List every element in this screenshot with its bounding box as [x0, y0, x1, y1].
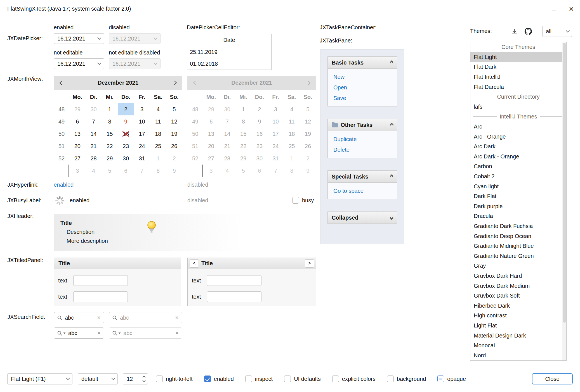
calendar-day[interactable]: 13	[69, 128, 86, 140]
checkbox-box[interactable]	[245, 376, 252, 382]
calendar-day[interactable]: 4	[150, 103, 166, 115]
checkbox-box[interactable]	[437, 376, 444, 382]
calendar-day[interactable]: 29	[102, 152, 118, 165]
theme-item[interactable]: Carbon	[470, 161, 566, 172]
calendar-day[interactable]: 24	[134, 140, 150, 152]
task-pane-header[interactable]: Collapsed	[327, 212, 397, 224]
minimize-button[interactable]	[528, 0, 545, 18]
calendar-day[interactable]: 26	[166, 140, 182, 152]
theme-item[interactable]: Flat Light	[470, 52, 566, 62]
calendar-day[interactable]: 4	[86, 165, 102, 177]
checkbox-box[interactable]	[387, 376, 394, 382]
collapse-chevron-icon[interactable]	[390, 176, 393, 177]
task-pane-header[interactable]: Basic Tasks	[327, 56, 397, 69]
theme-item[interactable]: High contrast	[470, 311, 566, 321]
checkbox-right-to-left[interactable]: right-to-left	[156, 376, 193, 382]
clear-icon[interactable]: ×	[97, 330, 101, 336]
theme-item[interactable]: Gradianto Nature Green	[470, 251, 566, 261]
theme-item[interactable]: Cyan light	[470, 181, 566, 191]
calendar-day[interactable]: 28	[86, 152, 102, 165]
themes-scrollbar[interactable]	[562, 42, 566, 361]
hyperlink-enabled[interactable]: enabled	[54, 182, 74, 188]
theme-item[interactable]: Dark purple	[470, 201, 566, 212]
calendar-day[interactable]: 1	[150, 152, 166, 165]
chevron-down-icon[interactable]	[142, 379, 145, 382]
theme-item[interactable]: Arc	[470, 122, 566, 132]
theme-item[interactable]: Material Design Dark	[470, 331, 566, 341]
github-button[interactable]	[524, 27, 533, 36]
calendar-day[interactable]: 30	[86, 103, 102, 115]
date-picker-not-editable[interactable]: 16.12.2021	[54, 58, 104, 69]
calendar-day[interactable]: 9	[166, 165, 182, 177]
table-header-date[interactable]: Date	[187, 34, 271, 46]
table-row[interactable]: 01.02.2018	[187, 58, 271, 70]
calendar-day[interactable]: 21	[86, 140, 102, 152]
chevron-up-icon[interactable]	[142, 376, 145, 379]
theme-item[interactable]: Light Flat	[470, 321, 566, 331]
previous-month-button[interactable]	[54, 76, 69, 90]
calendar-day[interactable]: 25	[150, 140, 166, 152]
theme-item[interactable]: Gray	[470, 261, 566, 271]
calendar-day[interactable]: 18	[150, 128, 166, 140]
checkbox-box[interactable]	[292, 197, 299, 204]
text-input[interactable]	[207, 275, 261, 286]
panel-left-button[interactable]: <	[190, 259, 199, 268]
task-link[interactable]: New	[328, 72, 397, 82]
checkbox-background[interactable]: background	[387, 376, 426, 382]
checkbox-enabled[interactable]: enabled	[204, 376, 234, 382]
calendar-day[interactable]: 29	[69, 103, 86, 115]
calendar-day[interactable]: 23	[118, 140, 134, 152]
task-link[interactable]: Go to space	[328, 186, 397, 196]
task-link[interactable]: Save	[328, 93, 397, 103]
theme-item[interactable]: Gradianto Midnight Blue	[470, 241, 566, 251]
busy-checkbox[interactable]: busy	[292, 197, 314, 204]
task-pane-header[interactable]: Other Tasks	[327, 119, 397, 131]
task-link[interactable]: Duplicate	[328, 134, 397, 144]
calendar-day[interactable]: 11	[150, 115, 166, 128]
date-picker-enabled[interactable]: 16.12.2021	[54, 33, 104, 44]
theme-item[interactable]: Gruvbox Dark Hard	[470, 271, 566, 281]
task-pane-header[interactable]: Special Tasks	[327, 170, 397, 183]
font-size-spinner[interactable]: 12	[123, 373, 148, 384]
search-field[interactable]: abc×	[54, 312, 104, 323]
theme-item[interactable]: Flat IntelliJ	[470, 72, 566, 82]
search-field[interactable]: abc×	[54, 327, 104, 339]
scrollbar-thumb[interactable]	[563, 43, 566, 323]
checkbox-box[interactable]	[284, 376, 291, 382]
text-input[interactable]	[73, 275, 128, 286]
calendar-day[interactable]: 30	[118, 152, 134, 165]
calendar-day[interactable]: 16	[118, 128, 134, 140]
calendar-day[interactable]: 7	[134, 165, 150, 177]
chevron-down-icon[interactable]	[97, 36, 101, 40]
checkbox-inspect[interactable]: inspect	[245, 376, 273, 382]
laf-combo[interactable]: Flat Light (F1)	[7, 373, 72, 384]
calendar-day[interactable]: 5	[166, 103, 182, 115]
checkbox-box[interactable]	[332, 376, 339, 382]
spinner-arrows[interactable]	[143, 376, 148, 382]
checkbox-box[interactable]	[204, 376, 211, 382]
collapse-chevron-icon[interactable]	[390, 62, 393, 63]
calendar-day[interactable]: 19	[166, 128, 182, 140]
calendar-day[interactable]: 3	[69, 165, 86, 177]
theme-item[interactable]: Arc Dark - Orange	[470, 152, 566, 162]
panel-right-button[interactable]: >	[305, 259, 314, 268]
checkbox-box[interactable]	[156, 376, 163, 382]
theme-item[interactable]: Dark Flat	[470, 191, 566, 201]
task-link[interactable]: Open	[328, 82, 397, 93]
maximize-button[interactable]	[545, 0, 563, 18]
theme-item[interactable]: lafs	[470, 102, 566, 112]
calendar-day[interactable]: 22	[102, 140, 118, 152]
theme-item[interactable]: Monocai	[470, 341, 566, 351]
text-input[interactable]	[207, 291, 261, 302]
task-link[interactable]: Delete	[328, 144, 397, 155]
close-window-button[interactable]: ×	[563, 0, 580, 18]
theme-item[interactable]: Dracula	[470, 211, 566, 221]
calendar-day[interactable]: 31	[134, 152, 150, 165]
theme-item[interactable]: Arc - Orange	[470, 132, 566, 142]
style-combo[interactable]: default	[78, 373, 118, 384]
theme-item[interactable]: Arc Dark	[470, 142, 566, 152]
clear-icon[interactable]: ×	[175, 330, 179, 336]
calendar-day[interactable]: 27	[69, 152, 86, 165]
theme-item[interactable]: Cobalt 2	[470, 172, 566, 182]
table-row[interactable]: 25.11.2019	[187, 46, 271, 58]
